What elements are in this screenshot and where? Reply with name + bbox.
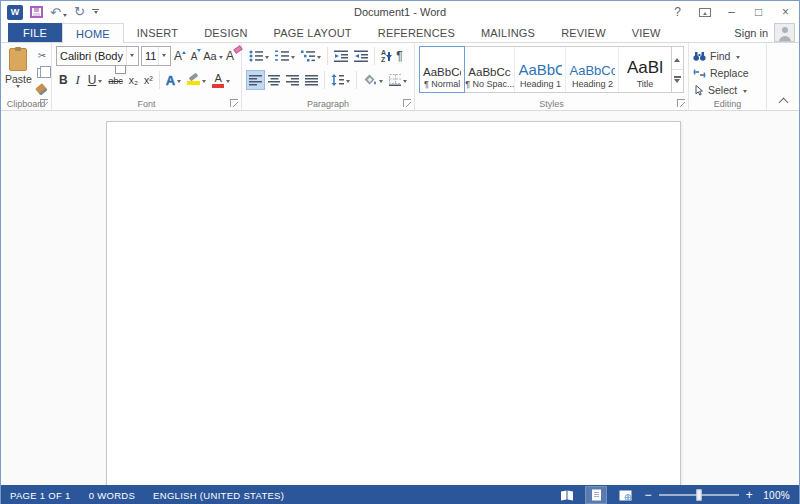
- line-spacing-dropdown-icon[interactable]: [346, 80, 350, 85]
- font-size-combo[interactable]: 11: [141, 46, 171, 66]
- tab-references[interactable]: REFERENCES: [365, 23, 468, 42]
- web-layout-button[interactable]: [615, 487, 635, 503]
- read-mode-button[interactable]: [557, 487, 577, 503]
- shrink-font-button[interactable]: A: [189, 46, 203, 66]
- language-indicator[interactable]: ENGLISH (UNITED STATES): [144, 485, 293, 504]
- italic-button[interactable]: I: [71, 70, 85, 90]
- numbering-dropdown-icon[interactable]: [291, 56, 295, 61]
- find-dropdown-icon[interactable]: [736, 56, 740, 61]
- text-effects-dropdown-icon[interactable]: [177, 80, 181, 85]
- text-effects-button[interactable]: A: [163, 70, 184, 90]
- maximize-button[interactable]: □: [745, 1, 772, 23]
- word-count[interactable]: 0 WORDS: [80, 485, 144, 504]
- style-no-spacing[interactable]: AaBbCcDc ¶ No Spac...: [465, 47, 515, 92]
- styles-dialog-launcher-icon[interactable]: [677, 99, 685, 107]
- zoom-out-button[interactable]: −: [644, 490, 651, 500]
- underline-button[interactable]: U: [85, 70, 106, 90]
- borders-button[interactable]: [386, 70, 411, 90]
- grow-font-button[interactable]: A: [173, 46, 187, 66]
- multilevel-list-button[interactable]: [298, 46, 324, 66]
- select-dropdown-icon[interactable]: [743, 90, 747, 95]
- sort-button[interactable]: AZ: [378, 46, 393, 66]
- word-logo-icon[interactable]: W: [7, 5, 23, 20]
- zoom-slider-thumb[interactable]: [696, 490, 701, 501]
- shading-button[interactable]: [360, 70, 385, 90]
- collapse-ribbon-icon[interactable]: [780, 97, 787, 104]
- clipboard-dialog-launcher-icon[interactable]: [40, 99, 48, 107]
- clear-formatting-button[interactable]: A: [223, 46, 237, 66]
- save-icon[interactable]: [30, 6, 43, 18]
- shading-dropdown-icon[interactable]: [379, 80, 383, 85]
- document-page[interactable]: [106, 121, 681, 485]
- minimize-button[interactable]: –: [718, 1, 745, 23]
- justify-button[interactable]: [302, 70, 321, 90]
- font-color-button[interactable]: A: [209, 70, 233, 90]
- help-button[interactable]: ?: [664, 1, 691, 23]
- sign-in-area[interactable]: Sign in: [734, 23, 799, 42]
- style-normal[interactable]: AaBbCcDc ¶ Normal: [419, 46, 465, 93]
- ribbon-right-strip: [767, 43, 799, 110]
- cut-button[interactable]: ✂: [34, 48, 50, 63]
- style-heading-2[interactable]: AaBbCcD Heading 2: [566, 47, 619, 92]
- borders-dropdown-icon[interactable]: [403, 80, 407, 85]
- tab-home[interactable]: HOME: [62, 23, 124, 43]
- subscript-button[interactable]: x₂: [126, 70, 141, 90]
- style-title[interactable]: AaBl Title: [619, 47, 670, 92]
- line-spacing-button[interactable]: [328, 70, 353, 90]
- tab-mailings[interactable]: MAILINGS: [468, 23, 548, 42]
- bullets-button[interactable]: [246, 46, 272, 66]
- select-button[interactable]: Select: [693, 83, 762, 97]
- redo-icon[interactable]: ↻: [74, 5, 85, 19]
- decrease-indent-button[interactable]: [331, 46, 351, 66]
- title-bar: W ↶ ↻ Document1 - Word ? – □ ×: [1, 1, 799, 23]
- highlight-dropdown-icon[interactable]: [202, 80, 206, 85]
- ribbon-display-options-button[interactable]: [691, 1, 718, 23]
- zoom-level[interactable]: 100%: [762, 490, 790, 501]
- font-size-dropdown-icon[interactable]: [158, 47, 170, 65]
- customize-qat-button[interactable]: [92, 9, 99, 16]
- tab-review[interactable]: REVIEW: [548, 23, 619, 42]
- align-center-button[interactable]: [265, 70, 284, 90]
- zoom-slider[interactable]: [659, 494, 739, 496]
- styles-more-button[interactable]: [672, 69, 684, 92]
- tab-design[interactable]: DESIGN: [191, 23, 260, 42]
- paste-dropdown-icon[interactable]: [16, 85, 20, 90]
- tab-insert[interactable]: INSERT: [124, 23, 191, 42]
- paragraph-dialog-launcher-icon[interactable]: [403, 99, 411, 107]
- undo-button[interactable]: ↶: [50, 3, 67, 21]
- tab-file[interactable]: FILE: [8, 23, 62, 42]
- highlight-button[interactable]: [184, 70, 209, 90]
- font-name-dropdown-icon[interactable]: [126, 47, 138, 65]
- copy-button[interactable]: [34, 65, 50, 80]
- replace-button[interactable]: Replace: [693, 66, 762, 80]
- find-button[interactable]: Find: [693, 49, 762, 63]
- align-right-button[interactable]: [283, 70, 302, 90]
- font-name-value: Calibri (Body: [57, 50, 126, 62]
- bold-button[interactable]: B: [56, 70, 71, 90]
- tab-page-layout[interactable]: PAGE LAYOUT: [261, 23, 365, 42]
- page-indicator[interactable]: PAGE 1 OF 1: [1, 485, 80, 504]
- paste-button[interactable]: Paste: [5, 46, 32, 97]
- tab-view[interactable]: VIEW: [619, 23, 674, 42]
- undo-dropdown-icon[interactable]: [63, 14, 67, 19]
- bullets-dropdown-icon[interactable]: [265, 56, 269, 61]
- styles-scroll-up-button[interactable]: [672, 47, 684, 69]
- document-area[interactable]: [1, 111, 799, 485]
- format-painter-button[interactable]: [34, 82, 50, 97]
- change-case-button[interactable]: Aa: [205, 46, 221, 66]
- multilevel-list-dropdown-icon[interactable]: [317, 56, 321, 61]
- style-heading-1[interactable]: AaBbCc Heading 1: [515, 47, 566, 92]
- increase-indent-button[interactable]: [351, 46, 371, 66]
- superscript-button[interactable]: x²: [141, 70, 156, 90]
- underline-dropdown-icon[interactable]: [98, 80, 102, 85]
- print-layout-button[interactable]: [586, 487, 606, 503]
- font-color-dropdown-icon[interactable]: [226, 80, 230, 85]
- font-name-combo[interactable]: Calibri (Body: [56, 46, 139, 66]
- align-left-button[interactable]: [246, 70, 265, 90]
- numbering-button[interactable]: [272, 46, 298, 66]
- show-hide-pilcrow-button[interactable]: ¶: [393, 46, 407, 66]
- close-button[interactable]: ×: [772, 1, 799, 23]
- strikethrough-button[interactable]: abc: [105, 70, 125, 90]
- font-dialog-launcher-icon[interactable]: [230, 99, 238, 107]
- zoom-in-button[interactable]: +: [746, 490, 753, 500]
